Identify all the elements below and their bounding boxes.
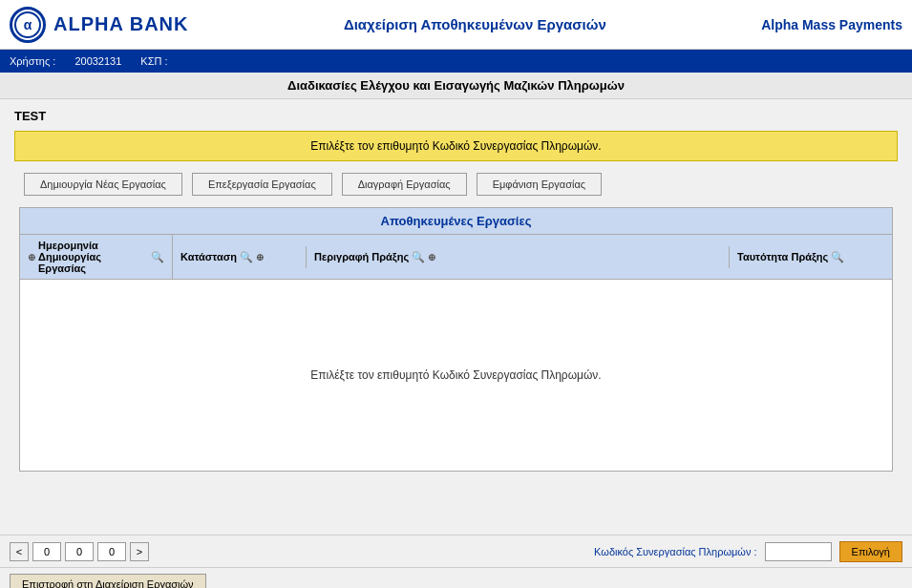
return-button[interactable]: Επιστροφή στη Διαχείριση Εργασιών bbox=[10, 574, 206, 589]
kwd-input[interactable] bbox=[765, 542, 832, 561]
table-title: Αποθηκευμένες Εργασίες bbox=[20, 208, 892, 235]
logo-area: α ALPHA BANK bbox=[10, 7, 188, 43]
page-input-3[interactable] bbox=[97, 542, 126, 561]
table-section: Αποθηκευμένες Εργασίες ⊕ Ημερομηνία Δημι… bbox=[19, 207, 893, 472]
create-button[interactable]: Δημιουργία Νέας Εργασίας bbox=[24, 173, 182, 196]
desc-column-label: Περιγραφή Πράξης bbox=[314, 251, 409, 262]
search-status-icon[interactable]: 🔍 bbox=[240, 251, 253, 263]
column-id: Ταυτότητα Πράξης 🔍 bbox=[730, 246, 892, 268]
column-status: Κατάσταση 🔍 ⊕ bbox=[173, 246, 307, 268]
user-value: 20032131 bbox=[74, 55, 121, 67]
kwd-label: Κωδικός Συνεργασίας Πληρωμών : bbox=[594, 546, 756, 557]
id-column-label: Ταυτότητα Πράξης bbox=[737, 251, 828, 262]
edit-button[interactable]: Επεξεργασία Εργασίας bbox=[192, 173, 332, 196]
section-label: TEST bbox=[14, 109, 898, 123]
sort-desc-icon[interactable]: ⊕ bbox=[428, 252, 435, 262]
empty-message: Επιλέξτε τον επιθυμητό Κωδικό Συνεργασία… bbox=[310, 368, 601, 382]
buttons-row: Δημιουργία Νέας Εργασίας Επεξεργασία Εργ… bbox=[14, 173, 898, 196]
svg-text:α: α bbox=[24, 17, 32, 32]
logo-icon: α bbox=[10, 7, 46, 43]
pagination-bar: < > Κωδικός Συνεργασίας Πληρωμών : Επιλο… bbox=[0, 535, 912, 567]
sort-status-icon[interactable]: ⊕ bbox=[256, 252, 264, 262]
column-description: Περιγραφή Πράξης 🔍 ⊕ bbox=[307, 246, 730, 268]
search-desc-icon[interactable]: 🔍 bbox=[412, 251, 425, 263]
page-input-2[interactable] bbox=[65, 542, 94, 561]
search-id-icon[interactable]: 🔍 bbox=[831, 251, 844, 263]
header-app-name: Alpha Mass Payments bbox=[761, 17, 902, 32]
table-body: Επιλέξτε τον επιθυμητό Κωδικό Συνεργασία… bbox=[20, 280, 892, 471]
view-button[interactable]: Εμφάνιση Εργασίας bbox=[477, 173, 602, 196]
blue-bar: Χρήστης : 20032131 ΚΣΠ : bbox=[0, 50, 912, 73]
date-column-label: Ημερομηνία Δημιουργίας Εργασίας bbox=[38, 240, 148, 274]
page-input-1[interactable] bbox=[32, 542, 61, 561]
return-bar: Επιστροφή στη Διαχείριση Εργασιών bbox=[0, 567, 912, 588]
header-title: Διαχείριση Αποθηκευμένων Εργασιών bbox=[188, 16, 761, 32]
epilogi-button[interactable]: Επιλογή bbox=[839, 541, 902, 562]
logo-text: ALPHA BANK bbox=[53, 13, 188, 35]
notice-bar: Επιλέξτε τον επιθυμητό Κωδικό Συνεργασία… bbox=[14, 131, 898, 161]
ksp-label: ΚΣΠ : bbox=[140, 55, 167, 67]
main-content: TEST Επιλέξτε τον επιθυμητό Κωδικό Συνερ… bbox=[0, 99, 912, 535]
header: α ALPHA BANK Διαχείριση Αποθηκευμένων Ερ… bbox=[0, 0, 912, 50]
user-label: Χρήστης : bbox=[10, 55, 55, 67]
column-date: ⊕ Ημερομηνία Δημιουργίας Εργασίας 🔍 bbox=[20, 235, 173, 279]
prev-page-button[interactable]: < bbox=[10, 542, 29, 561]
delete-button[interactable]: Διαγραφή Εργασίας bbox=[342, 173, 467, 196]
page-title: Διαδικασίες Ελέγχου και Εισαγωγής Μαζικώ… bbox=[0, 73, 912, 99]
table-header-row: ⊕ Ημερομηνία Δημιουργίας Εργασίας 🔍 Κατά… bbox=[20, 235, 892, 280]
next-page-button[interactable]: > bbox=[130, 542, 149, 561]
sort-asc-icon[interactable]: ⊕ bbox=[28, 252, 35, 262]
status-column-label: Κατάσταση bbox=[180, 251, 237, 262]
search-date-icon[interactable]: 🔍 bbox=[151, 251, 164, 263]
